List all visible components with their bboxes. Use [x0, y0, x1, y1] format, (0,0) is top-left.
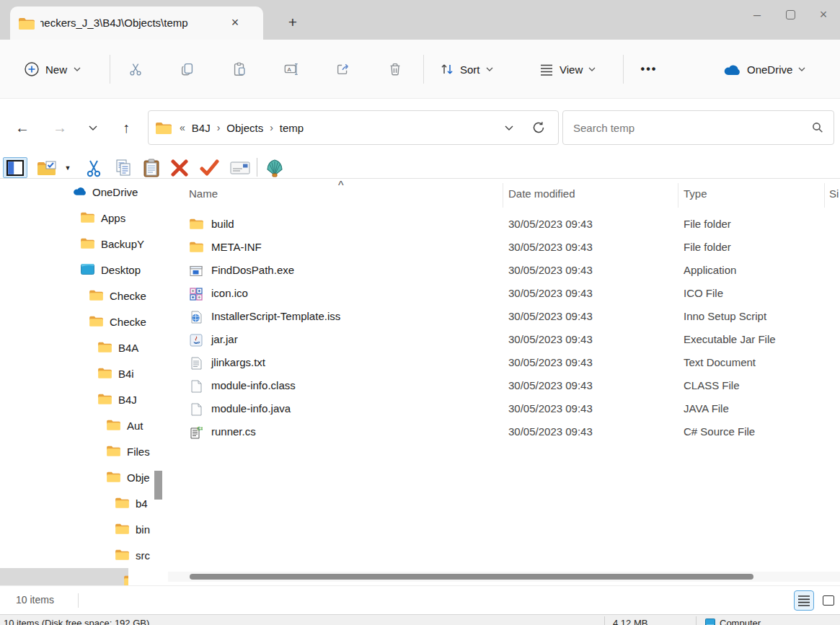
explorer-tab[interactable]: heckers_J_3\B4J\Objects\temp ×: [10, 6, 263, 40]
tree-item-icon: [98, 342, 113, 354]
breadcrumb-chevron[interactable]: ›: [215, 122, 223, 133]
file-type: File folder: [684, 241, 731, 253]
horizontal-scrollbar[interactable]: [168, 572, 840, 582]
onedrive-button[interactable]: OneDrive: [715, 55, 813, 84]
tree-item-label: b4: [136, 497, 148, 510]
sort-button[interactable]: Sort: [433, 55, 500, 84]
tree-item[interactable]: Checke: [0, 309, 151, 334]
classic-toolbar: ▼: [0, 156, 840, 179]
breadcrumb-objects[interactable]: Objects: [222, 122, 268, 134]
tree-item[interactable]: B4J: [0, 386, 151, 412]
tree-item[interactable]: Checke: [0, 283, 151, 309]
tree-item[interactable]: B4i: [0, 360, 151, 386]
file-icon: [190, 241, 203, 254]
address-box[interactable]: « B4J › Objects › temp: [148, 110, 559, 145]
breadcrumb-b4j[interactable]: B4J: [187, 122, 215, 134]
column-header-date[interactable]: Date modified: [508, 187, 575, 200]
search-input[interactable]: [573, 122, 812, 134]
panel-toggle-button[interactable]: [3, 157, 27, 178]
folder-publish-button[interactable]: [33, 157, 61, 178]
column-header-type[interactable]: Type: [684, 187, 707, 200]
address-dropdown-icon[interactable]: [505, 125, 513, 130]
column-separator[interactable]: [824, 183, 825, 208]
large-thumbnails-view-toggle[interactable]: [818, 590, 839, 611]
tree-item[interactable]: Obje: [0, 464, 151, 490]
copy-icon: [180, 61, 195, 77]
tree-item-icon: [107, 446, 122, 458]
classic-delete-button[interactable]: [166, 157, 193, 178]
close-button[interactable]: ×: [807, 0, 840, 29]
classic-confirm-button[interactable]: [195, 157, 224, 178]
file-row[interactable]: module-info.class 30/05/2023 09:43 CLASS…: [168, 375, 840, 398]
file-row[interactable]: FindDosPath.exe 30/05/2023 09:43 Applica…: [168, 260, 840, 283]
copy-button[interactable]: [172, 55, 203, 84]
classic-cut-button[interactable]: [81, 157, 107, 178]
tree-item[interactable]: OneDrive: [0, 179, 151, 205]
tree-item[interactable]: Files: [0, 438, 151, 464]
tree-item-icon: [107, 471, 122, 484]
refresh-icon[interactable]: [532, 121, 545, 134]
details-view-toggle[interactable]: [794, 590, 814, 611]
rename-button[interactable]: A: [275, 55, 307, 84]
recent-locations-button[interactable]: [81, 116, 105, 139]
search-box[interactable]: [562, 110, 834, 145]
tree-item-label: BackupY: [101, 238, 144, 250]
classic-copy-button[interactable]: [110, 157, 137, 178]
file-row[interactable]: C# runner.cs 30/05/2023 09:43 C# Source …: [168, 421, 840, 444]
file-row[interactable]: jlinkargs.txt 30/05/2023 09:43 Text Docu…: [168, 352, 840, 375]
breadcrumb-chevron[interactable]: ›: [268, 122, 275, 133]
file-name: InstallerScript-Template.iss: [211, 310, 340, 322]
tree-item[interactable]: src: [0, 542, 151, 568]
delete-button[interactable]: [379, 55, 411, 84]
column-header-size[interactable]: Si: [829, 187, 839, 200]
search-icon[interactable]: [812, 122, 823, 133]
file-row[interactable]: InstallerScript-Template.iss 30/05/2023 …: [168, 306, 840, 329]
tree-item[interactable]: BackupY: [0, 231, 151, 257]
classic-mail-button[interactable]: [226, 157, 254, 178]
file-explorer-window: heckers_J_3\B4J\Objects\temp × + – × New: [0, 0, 840, 625]
file-date-modified: 30/05/2023 09:43: [508, 218, 593, 230]
file-type: ICO File: [684, 287, 723, 299]
tree-item[interactable]: Aut: [0, 412, 151, 438]
tree-item-icon: [115, 549, 131, 562]
horizontal-scrollbar-thumb[interactable]: [190, 574, 753, 580]
tree-item[interactable]: bin: [0, 516, 151, 542]
maximize-button[interactable]: [774, 0, 807, 29]
view-button[interactable]: View: [532, 55, 603, 84]
minimize-button[interactable]: –: [740, 0, 774, 29]
tab-close-icon[interactable]: ×: [226, 14, 244, 32]
tree-item[interactable]: Apps: [0, 205, 151, 231]
shell-button[interactable]: [261, 157, 288, 178]
tree-item[interactable]: tem: [0, 568, 128, 585]
paste-button[interactable]: [224, 55, 255, 84]
column-separator[interactable]: [503, 183, 503, 208]
check-icon: [199, 159, 219, 177]
breadcrumb-temp[interactable]: temp: [275, 122, 308, 134]
file-row[interactable]: build 30/05/2023 09:43 File folder: [168, 213, 840, 236]
new-button[interactable]: New: [16, 55, 89, 84]
file-row[interactable]: module-info.java 30/05/2023 09:43 JAVA F…: [168, 398, 840, 421]
panel-toggle-icon: [6, 160, 24, 176]
navigation-pane: OneDrive Apps BackupY Desktop Checke Che…: [0, 179, 168, 585]
file-row[interactable]: META-INF 30/05/2023 09:43 File folder: [168, 236, 840, 260]
tree-item[interactable]: b4: [0, 490, 151, 516]
share-button[interactable]: [327, 55, 359, 84]
classic-paste-button[interactable]: [138, 157, 164, 178]
onedrive-button-label: OneDrive: [747, 63, 792, 76]
column-separator[interactable]: [678, 183, 678, 208]
more-options-button[interactable]: •••: [633, 55, 665, 84]
tree-item[interactable]: Desktop: [0, 257, 151, 283]
new-tab-button[interactable]: +: [283, 13, 303, 33]
up-button[interactable]: ↑: [114, 116, 138, 139]
file-list-pane: ^ Name Date modified Type Si build 30/05…: [168, 179, 840, 585]
file-row[interactable]: jar.jar 30/05/2023 09:43 Executable Jar …: [168, 329, 840, 352]
sidebar-scrollbar-thumb[interactable]: [154, 471, 162, 500]
tree-item[interactable]: B4A: [0, 334, 151, 360]
breadcrumb-overflow[interactable]: «: [177, 122, 187, 133]
file-row[interactable]: icon.ico 30/05/2023 09:43 ICO File: [168, 283, 840, 306]
back-button[interactable]: ←: [10, 116, 35, 139]
forward-button[interactable]: →: [48, 116, 72, 139]
folder-publish-dropdown[interactable]: ▼: [62, 157, 74, 178]
cut-button[interactable]: [120, 55, 151, 84]
column-header-name[interactable]: Name: [189, 187, 218, 200]
